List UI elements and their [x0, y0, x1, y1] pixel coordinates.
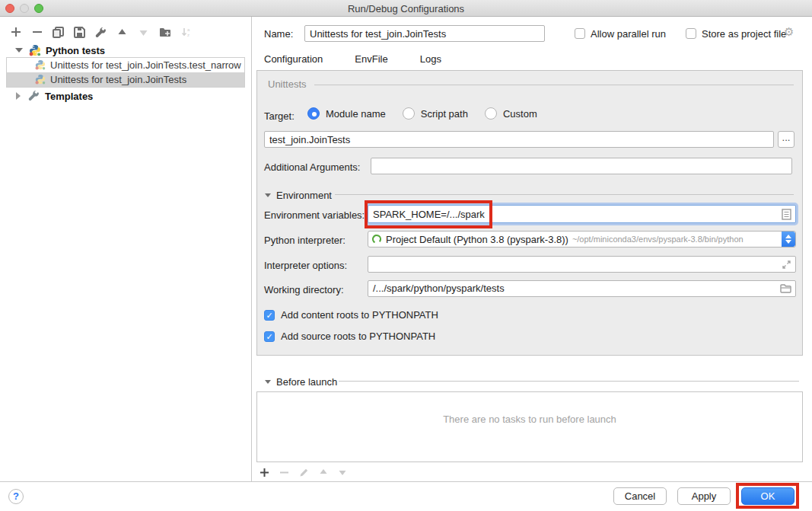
add-task-icon[interactable] — [260, 468, 269, 477]
empty-tasks-message: There are no tasks to run before launch — [257, 414, 802, 425]
section-divider — [339, 381, 799, 382]
interpreter-options-input[interactable] — [368, 256, 796, 273]
source-roots-row: ✓ Add source roots to PYTHONPATH — [264, 331, 435, 342]
tree-item-unittests-test-narrow[interactable]: Unittests for test_join.JoinTests.test_n… — [7, 58, 244, 72]
edit-templates-icon[interactable] — [94, 26, 107, 39]
cancel-button[interactable]: Cancel — [613, 487, 667, 505]
configurations-toolbar: az — [9, 24, 193, 40]
tree-children-group: Unittests for test_join.JoinTests.test_n… — [6, 57, 245, 88]
add-source-roots-label: Add source roots to PYTHONPATH — [281, 331, 435, 342]
python-interpreter-label: Python interpreter: — [264, 235, 345, 246]
interpreter-options-label: Interpreter options: — [264, 260, 347, 271]
move-up-icon[interactable] — [116, 26, 129, 39]
environment-variables-input[interactable]: SPARK_HOME=/.../spark — [368, 205, 796, 223]
target-radio-group: Module name Script path Custom — [307, 107, 548, 120]
before-launch-task-list[interactable]: There are no tasks to run before launch — [256, 391, 803, 462]
add-content-roots-checkbox[interactable]: ✓ — [264, 310, 275, 321]
chevron-down-icon[interactable] — [15, 48, 23, 53]
remove-task-icon — [279, 468, 289, 477]
footer-divider — [0, 481, 812, 482]
unittests-section-title: Unittests — [268, 78, 307, 90]
add-icon[interactable] — [9, 26, 22, 39]
conda-env-icon — [371, 234, 382, 244]
environment-section-header[interactable]: Environment — [265, 190, 332, 201]
content-roots-row: ✓ Add content roots to PYTHONPATH — [264, 309, 438, 321]
before-launch-title: Before launch — [276, 376, 337, 388]
help-button[interactable]: ? — [8, 489, 24, 504]
additional-arguments-label: Additional Arguments: — [264, 161, 360, 173]
python-test-icon — [35, 74, 47, 86]
browse-button[interactable]: ... — [778, 131, 794, 148]
radio-script-path[interactable] — [403, 107, 415, 120]
radio-custom-label: Custom — [503, 108, 537, 120]
title-bar: Run/Debug Configurations — [0, 0, 812, 17]
target-input[interactable] — [264, 131, 774, 148]
tree-item-label: Templates — [45, 91, 93, 102]
panel-divider — [251, 17, 252, 481]
add-source-roots-checkbox[interactable]: ✓ — [264, 331, 275, 342]
python-test-icon — [35, 59, 47, 72]
gear-icon[interactable]: ⚙ — [784, 25, 794, 39]
additional-arguments-input[interactable] — [371, 158, 792, 174]
expand-icon[interactable] — [782, 260, 791, 270]
move-task-down-icon — [338, 468, 347, 477]
section-divider — [314, 85, 794, 85]
environment-variables-value: SPARK_HOME=/.../spark — [373, 209, 485, 220]
combo-arrows-icon[interactable] — [782, 232, 795, 247]
radio-script-path-label: Script path — [421, 108, 468, 120]
ok-button[interactable]: OK — [741, 487, 794, 505]
environment-section-title: Environment — [276, 190, 332, 201]
python-tests-icon — [29, 44, 41, 56]
working-directory-label: Working directory: — [264, 284, 344, 295]
chevron-down-icon[interactable] — [265, 380, 271, 384]
python-interpreter-select[interactable]: Project Default (Python 3.8 (pyspark-3.8… — [368, 231, 796, 248]
tree-item-label: Unittests for test_join.JoinTests — [50, 74, 186, 85]
new-folder-icon[interactable] — [158, 26, 171, 39]
tree-item-unittests-jointests[interactable]: Unittests for test_join.JoinTests — [7, 72, 244, 87]
python-interpreter-value: Project Default (Python 3.8 (pyspark-3.8… — [386, 234, 568, 245]
radio-module-name-label: Module name — [326, 108, 386, 120]
tree-item-python-tests[interactable]: Python tests — [0, 43, 251, 58]
apply-button[interactable]: Apply — [677, 487, 731, 505]
edit-variables-icon[interactable] — [782, 209, 791, 220]
wrench-icon — [28, 90, 40, 102]
name-label: Name: — [264, 28, 293, 40]
remove-icon[interactable] — [30, 26, 43, 39]
save-icon[interactable] — [73, 26, 86, 39]
python-interpreter-path: ~/opt/miniconda3/envs/pyspark-3.8/bin/py… — [572, 235, 744, 244]
run-debug-configurations-dialog: Run/Debug Configurations az Python tests — [0, 0, 812, 511]
working-directory-value: /.../spark/python/pyspark/tests — [373, 283, 505, 294]
radio-custom[interactable] — [485, 107, 497, 120]
store-as-project-file-label: Store as project file — [702, 28, 786, 40]
environment-variables-label: Environment variables: — [264, 209, 365, 221]
working-directory-input[interactable]: /.../spark/python/pyspark/tests — [368, 280, 796, 297]
tree-item-label: Unittests for test_join.JoinTests.test_n… — [50, 59, 241, 71]
svg-text:a: a — [187, 27, 190, 32]
name-input[interactable] — [304, 25, 545, 42]
tree-item-label: Python tests — [46, 45, 105, 56]
tab-envfile[interactable]: EnvFile — [347, 50, 395, 72]
sort-icon: az — [180, 26, 193, 39]
tree-item-templates[interactable]: Templates — [0, 88, 251, 104]
chevron-right-icon[interactable] — [16, 92, 21, 100]
tab-configuration[interactable]: Configuration — [256, 50, 330, 72]
tab-bar: Configuration EnvFile Logs — [256, 50, 449, 72]
allow-parallel-run-label: Allow parallel run — [591, 28, 666, 40]
store-as-project-file-checkbox[interactable] — [686, 28, 696, 39]
move-down-icon — [137, 26, 150, 39]
folder-icon[interactable] — [780, 283, 791, 293]
target-label: Target: — [264, 110, 295, 122]
radio-module-name[interactable] — [307, 107, 320, 120]
window-title: Run/Debug Configurations — [0, 3, 812, 14]
before-launch-toolbar — [260, 465, 347, 479]
before-launch-section-header[interactable]: Before launch — [265, 376, 337, 388]
add-content-roots-label: Add content roots to PYTHONPATH — [281, 309, 438, 321]
tab-logs[interactable]: Logs — [412, 50, 449, 72]
copy-icon[interactable] — [52, 26, 65, 39]
edit-task-icon — [299, 468, 309, 477]
svg-text:z: z — [187, 33, 189, 37]
allow-parallel-run-checkbox[interactable] — [575, 28, 585, 39]
move-task-up-icon — [319, 468, 328, 477]
section-divider — [335, 194, 794, 195]
chevron-down-icon[interactable] — [265, 193, 271, 197]
